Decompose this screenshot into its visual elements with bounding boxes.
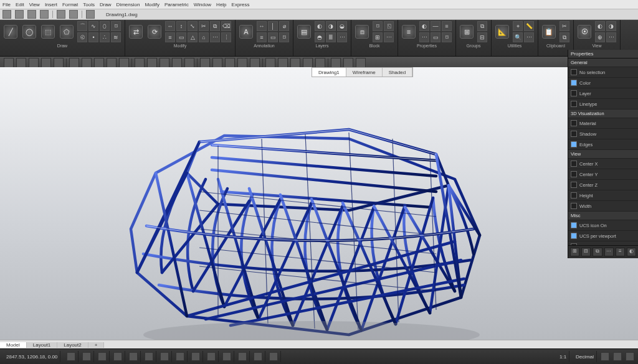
- units-readout[interactable]: Decimal: [573, 351, 597, 362]
- ribbon-small-icon[interactable]: ⌒: [77, 21, 87, 31]
- open-icon[interactable]: [27, 10, 36, 19]
- ribbon-small-icon[interactable]: ▭: [431, 32, 440, 42]
- ribbon-small-icon[interactable]: 🔍: [513, 32, 523, 42]
- ribbon-small-icon[interactable]: ⧀: [77, 32, 87, 42]
- ribbon-big-icon[interactable]: ◯: [21, 24, 37, 40]
- menu-edit[interactable]: Edit: [16, 2, 24, 7]
- ribbon-small-icon[interactable]: ⋯: [384, 32, 394, 42]
- subribbon-icon[interactable]: [278, 58, 288, 68]
- checkbox-icon[interactable]: [571, 120, 577, 126]
- ribbon-big-icon[interactable]: 📋: [541, 24, 557, 40]
- prop-item[interactable]: UCS per viewport: [568, 231, 638, 241]
- prop-section-3d-visualization[interactable]: 3D Visualization: [568, 110, 638, 118]
- menu-draw[interactable]: Draw: [100, 2, 112, 7]
- status-toggle-dyn[interactable]: [204, 351, 219, 362]
- ribbon-small-icon[interactable]: ⤡: [188, 21, 198, 31]
- menu-express[interactable]: Express: [232, 2, 250, 7]
- prop-item[interactable]: Center Y: [568, 169, 638, 180]
- prop-section-view[interactable]: View: [568, 150, 638, 159]
- checkbox-icon[interactable]: [571, 203, 577, 209]
- undo-icon[interactable]: [57, 10, 65, 19]
- subribbon-icon[interactable]: [54, 58, 64, 68]
- subribbon-icon[interactable]: [265, 58, 275, 68]
- menu-dimension[interactable]: Dimension: [117, 2, 140, 7]
- status-toggle-osnap[interactable]: [142, 351, 156, 362]
- ribbon-small-icon[interactable]: ◐: [315, 21, 325, 31]
- ribbon-small-icon[interactable]: ⧉: [559, 32, 569, 42]
- subribbon-icon[interactable]: [119, 58, 129, 68]
- checkbox-icon[interactable]: [571, 131, 577, 137]
- checkbox-icon[interactable]: [571, 80, 577, 86]
- checkbox-icon[interactable]: [571, 171, 577, 177]
- ribbon-small-icon[interactable]: ⋯: [337, 32, 347, 42]
- ribbon-small-icon[interactable]: —: [431, 21, 440, 31]
- new-icon[interactable]: [15, 10, 24, 19]
- status-toggle-qp[interactable]: [251, 351, 265, 362]
- ribbon-small-icon[interactable]: ≡: [442, 21, 452, 31]
- ribbon-small-icon[interactable]: ⌑: [373, 21, 383, 31]
- subribbon-icon[interactable]: [4, 58, 14, 68]
- ribbon-small-icon[interactable]: ⋯: [524, 32, 534, 42]
- status-toggle-snap[interactable]: [95, 351, 110, 362]
- prop-section-general[interactable]: General: [568, 58, 638, 67]
- ribbon-small-icon[interactable]: ⧉: [210, 21, 220, 31]
- subribbon-icon[interactable]: [237, 58, 247, 68]
- ribbon-small-icon[interactable]: ⌀: [279, 21, 289, 31]
- checkbox-icon[interactable]: [571, 233, 577, 239]
- status-toggle-otrack[interactable]: [173, 351, 188, 362]
- model-viewport[interactable]: Drawing1WireframeShaded: [0, 67, 638, 349]
- ribbon-big-icon[interactable]: ⬚: [40, 24, 56, 40]
- ribbon-big-icon[interactable]: ⊞: [459, 24, 475, 40]
- checkbox-icon[interactable]: [571, 90, 577, 96]
- ribbon-small-icon[interactable]: ⌫: [221, 21, 231, 31]
- status-toggle-polar[interactable]: [126, 351, 141, 362]
- subribbon-icon[interactable]: [29, 58, 39, 68]
- subribbon-icon[interactable]: [315, 58, 325, 68]
- ribbon-big-icon[interactable]: A: [238, 24, 254, 40]
- app-icon[interactable]: [2, 10, 11, 19]
- scale-readout[interactable]: 1:1: [557, 351, 569, 362]
- prop-item[interactable]: Width: [568, 201, 638, 212]
- ribbon-small-icon[interactable]: ↕: [176, 21, 186, 31]
- menu-format[interactable]: Format: [62, 2, 78, 7]
- checkbox-icon[interactable]: [571, 161, 577, 167]
- prop-item[interactable]: UCS icon On: [568, 220, 638, 231]
- subribbon-icon[interactable]: [184, 58, 194, 68]
- status-toggle-ducs[interactable]: [189, 351, 203, 362]
- prop-panel-button[interactable]: ⧉: [593, 248, 602, 256]
- ribbon-big-icon[interactable]: ⦿: [576, 24, 593, 40]
- menu-insert[interactable]: Insert: [45, 2, 57, 7]
- clean-screen-icon[interactable]: [626, 352, 634, 361]
- checkbox-icon[interactable]: [571, 69, 577, 75]
- ribbon-big-icon[interactable]: ⇄: [128, 24, 144, 40]
- ribbon-small-icon[interactable]: ↔: [165, 21, 175, 31]
- ribbon-small-icon[interactable]: ⌑: [111, 21, 121, 31]
- isoplane-icon[interactable]: [601, 352, 609, 361]
- prop-item[interactable]: Edges: [568, 139, 638, 150]
- status-toggle-lwt[interactable]: [220, 351, 234, 362]
- subribbon-icon[interactable]: [331, 58, 341, 68]
- sheet-tab-layout1[interactable]: Layout1: [27, 342, 57, 348]
- ribbon-big-icon[interactable]: 📐: [494, 24, 510, 40]
- ribbon-small-icon[interactable]: •: [88, 32, 98, 42]
- ribbon-small-icon[interactable]: ⋯: [606, 32, 616, 42]
- menu-help[interactable]: Help: [216, 2, 226, 7]
- ribbon-small-icon[interactable]: ◐: [419, 21, 429, 31]
- ribbon-small-icon[interactable]: ⊟: [477, 32, 487, 42]
- status-toggle-3dosnap[interactable]: [158, 351, 172, 362]
- ribbon-small-icon[interactable]: ▭: [268, 32, 278, 42]
- ribbon-small-icon[interactable]: ⌂: [199, 32, 209, 42]
- subribbon-icon[interactable]: [16, 58, 26, 68]
- prop-item[interactable]: Material: [568, 118, 638, 129]
- prop-section-misc[interactable]: Misc: [568, 212, 638, 220]
- menu-modify[interactable]: Modify: [145, 2, 160, 7]
- status-toggle-ortho[interactable]: [111, 351, 125, 362]
- status-toggle-grid[interactable]: [80, 351, 94, 362]
- prop-item[interactable]: No selection: [568, 67, 638, 78]
- ribbon-small-icon[interactable]: ◑: [606, 21, 616, 31]
- subribbon-icon[interactable]: [147, 58, 157, 68]
- ribbon-small-icon[interactable]: ⌑: [279, 32, 289, 42]
- ribbon-small-icon[interactable]: ∴: [100, 32, 110, 42]
- hardware-accel-icon[interactable]: [613, 352, 622, 361]
- subribbon-icon[interactable]: [41, 58, 51, 68]
